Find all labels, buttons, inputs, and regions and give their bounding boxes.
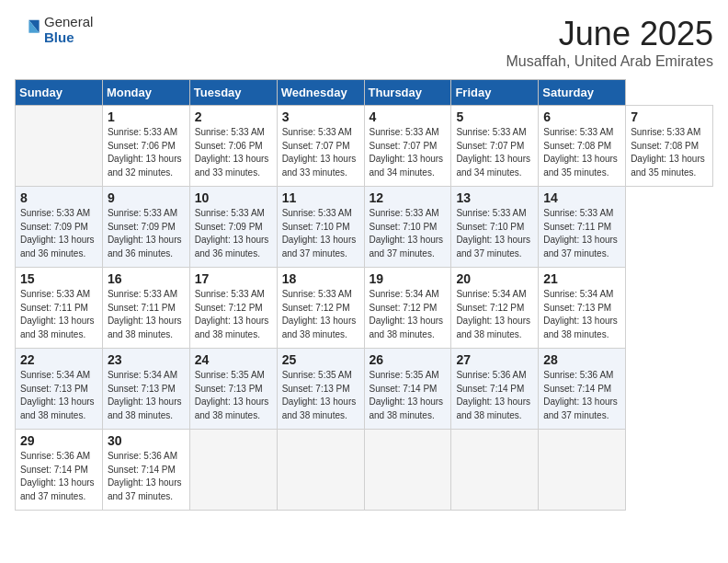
calendar-week-1: 1 Sunrise: 5:33 AMSunset: 7:06 PMDayligh… xyxy=(16,106,713,187)
calendar-cell xyxy=(16,106,103,187)
day-number: 11 xyxy=(282,190,359,205)
day-number: 28 xyxy=(543,352,620,367)
day-number: 2 xyxy=(195,109,272,124)
calendar-cell xyxy=(539,430,626,511)
calendar-cell: 24 Sunrise: 5:35 AMSunset: 7:13 PMDaylig… xyxy=(189,349,277,430)
day-number: 25 xyxy=(282,352,359,367)
day-number: 27 xyxy=(456,352,533,367)
day-number: 23 xyxy=(108,352,185,367)
day-info: Sunrise: 5:33 AMSunset: 7:11 PMDaylight:… xyxy=(108,289,182,339)
day-info: Sunrise: 5:33 AMSunset: 7:06 PMDaylight:… xyxy=(108,127,182,178)
day-info: Sunrise: 5:33 AMSunset: 7:12 PMDaylight:… xyxy=(282,289,357,339)
day-info: Sunrise: 5:33 AMSunset: 7:10 PMDaylight:… xyxy=(370,208,444,259)
calendar-cell: 1 Sunrise: 5:33 AMSunset: 7:06 PMDayligh… xyxy=(102,106,189,187)
calendar-cell xyxy=(189,430,277,511)
day-info: Sunrise: 5:33 AMSunset: 7:08 PMDaylight:… xyxy=(543,127,618,178)
day-number: 5 xyxy=(456,109,533,124)
calendar-cell: 3 Sunrise: 5:33 AMSunset: 7:07 PMDayligh… xyxy=(277,106,364,187)
day-number: 6 xyxy=(543,109,620,124)
day-number: 14 xyxy=(543,190,620,205)
day-info: Sunrise: 5:34 AMSunset: 7:13 PMDaylight:… xyxy=(108,370,182,420)
day-info: Sunrise: 5:33 AMSunset: 7:06 PMDaylight:… xyxy=(195,127,269,178)
calendar-cell: 2 Sunrise: 5:33 AMSunset: 7:06 PMDayligh… xyxy=(189,106,277,187)
calendar-cell: 17 Sunrise: 5:33 AMSunset: 7:12 PMDaylig… xyxy=(189,268,277,349)
day-info: Sunrise: 5:33 AMSunset: 7:07 PMDaylight:… xyxy=(456,127,530,178)
day-number: 16 xyxy=(108,271,185,286)
calendar-cell: 4 Sunrise: 5:33 AMSunset: 7:07 PMDayligh… xyxy=(364,106,451,187)
calendar-cell: 26 Sunrise: 5:35 AMSunset: 7:14 PMDaylig… xyxy=(364,349,451,430)
title-area: June 2025 Musaffah, United Arab Emirates xyxy=(506,15,713,70)
day-info: Sunrise: 5:36 AMSunset: 7:14 PMDaylight:… xyxy=(543,370,618,420)
logo-general: General xyxy=(44,15,93,30)
calendar-cell: 13 Sunrise: 5:33 AMSunset: 7:10 PMDaylig… xyxy=(451,187,539,268)
calendar-week-4: 22 Sunrise: 5:34 AMSunset: 7:13 PMDaylig… xyxy=(16,349,713,430)
calendar-cell: 23 Sunrise: 5:34 AMSunset: 7:13 PMDaylig… xyxy=(102,349,189,430)
day-info: Sunrise: 5:33 AMSunset: 7:09 PMDaylight:… xyxy=(195,208,269,259)
day-number: 18 xyxy=(282,271,359,286)
col-header-tuesday: Tuesday xyxy=(189,80,277,106)
day-number: 8 xyxy=(20,190,97,205)
day-info: Sunrise: 5:33 AMSunset: 7:11 PMDaylight:… xyxy=(543,208,618,259)
col-header-saturday: Saturday xyxy=(539,80,626,106)
logo-blue: Blue xyxy=(44,30,93,46)
calendar-cell: 21 Sunrise: 5:34 AMSunset: 7:13 PMDaylig… xyxy=(539,268,626,349)
calendar-cell: 18 Sunrise: 5:33 AMSunset: 7:12 PMDaylig… xyxy=(277,268,364,349)
day-number: 10 xyxy=(195,190,272,205)
day-info: Sunrise: 5:36 AMSunset: 7:14 PMDaylight:… xyxy=(456,370,530,420)
day-info: Sunrise: 5:33 AMSunset: 7:12 PMDaylight:… xyxy=(195,289,269,339)
day-info: Sunrise: 5:35 AMSunset: 7:14 PMDaylight:… xyxy=(370,370,444,420)
day-info: Sunrise: 5:36 AMSunset: 7:14 PMDaylight:… xyxy=(108,451,182,501)
day-number: 17 xyxy=(195,271,272,286)
calendar-cell: 30 Sunrise: 5:36 AMSunset: 7:14 PMDaylig… xyxy=(102,430,189,511)
calendar-cell: 22 Sunrise: 5:34 AMSunset: 7:13 PMDaylig… xyxy=(16,349,103,430)
day-info: Sunrise: 5:34 AMSunset: 7:12 PMDaylight:… xyxy=(370,289,444,339)
day-info: Sunrise: 5:33 AMSunset: 7:08 PMDaylight:… xyxy=(631,127,705,178)
calendar-cell: 10 Sunrise: 5:33 AMSunset: 7:09 PMDaylig… xyxy=(189,187,277,268)
page-header: General Blue June 2025 Musaffah, United … xyxy=(15,15,713,70)
calendar-cell: 9 Sunrise: 5:33 AMSunset: 7:09 PMDayligh… xyxy=(102,187,189,268)
calendar-cell xyxy=(277,430,364,511)
day-number: 4 xyxy=(370,109,447,124)
day-info: Sunrise: 5:33 AMSunset: 7:07 PMDaylight:… xyxy=(282,127,357,178)
calendar-header-row: SundayMondayTuesdayWednesdayThursdayFrid… xyxy=(16,80,713,106)
location-title: Musaffah, United Arab Emirates xyxy=(506,53,713,70)
calendar-cell: 5 Sunrise: 5:33 AMSunset: 7:07 PMDayligh… xyxy=(451,106,539,187)
day-number: 21 xyxy=(543,271,620,286)
calendar-table: SundayMondayTuesdayWednesdayThursdayFrid… xyxy=(15,79,713,511)
day-number: 3 xyxy=(282,109,359,124)
day-number: 19 xyxy=(370,271,447,286)
day-info: Sunrise: 5:33 AMSunset: 7:10 PMDaylight:… xyxy=(282,208,357,259)
day-number: 13 xyxy=(456,190,533,205)
calendar-cell: 12 Sunrise: 5:33 AMSunset: 7:10 PMDaylig… xyxy=(364,187,451,268)
day-number: 30 xyxy=(108,433,185,448)
day-number: 20 xyxy=(456,271,533,286)
col-header-sunday: Sunday xyxy=(16,80,103,106)
day-info: Sunrise: 5:33 AMSunset: 7:10 PMDaylight:… xyxy=(456,208,530,259)
calendar-week-2: 8 Sunrise: 5:33 AMSunset: 7:09 PMDayligh… xyxy=(16,187,713,268)
day-number: 26 xyxy=(370,352,447,367)
calendar-cell: 27 Sunrise: 5:36 AMSunset: 7:14 PMDaylig… xyxy=(451,349,539,430)
calendar-cell: 15 Sunrise: 5:33 AMSunset: 7:11 PMDaylig… xyxy=(16,268,103,349)
calendar-cell: 16 Sunrise: 5:33 AMSunset: 7:11 PMDaylig… xyxy=(102,268,189,349)
col-header-thursday: Thursday xyxy=(364,80,451,106)
calendar-week-3: 15 Sunrise: 5:33 AMSunset: 7:11 PMDaylig… xyxy=(16,268,713,349)
day-number: 7 xyxy=(631,109,708,124)
day-number: 29 xyxy=(20,433,97,448)
calendar-cell: 7 Sunrise: 5:33 AMSunset: 7:08 PMDayligh… xyxy=(626,106,713,187)
day-info: Sunrise: 5:35 AMSunset: 7:13 PMDaylight:… xyxy=(195,370,269,420)
day-number: 22 xyxy=(20,352,97,367)
calendar-cell: 14 Sunrise: 5:33 AMSunset: 7:11 PMDaylig… xyxy=(539,187,626,268)
day-info: Sunrise: 5:33 AMSunset: 7:09 PMDaylight:… xyxy=(20,208,95,259)
month-title: June 2025 xyxy=(506,15,713,53)
day-number: 1 xyxy=(108,109,185,124)
calendar-cell xyxy=(364,430,451,511)
day-number: 15 xyxy=(20,271,97,286)
calendar-cell: 8 Sunrise: 5:33 AMSunset: 7:09 PMDayligh… xyxy=(16,187,103,268)
day-info: Sunrise: 5:34 AMSunset: 7:12 PMDaylight:… xyxy=(456,289,530,339)
day-info: Sunrise: 5:33 AMSunset: 7:09 PMDaylight:… xyxy=(108,208,182,259)
day-info: Sunrise: 5:33 AMSunset: 7:11 PMDaylight:… xyxy=(20,289,95,339)
col-header-wednesday: Wednesday xyxy=(277,80,364,106)
col-header-friday: Friday xyxy=(451,80,539,106)
calendar-cell: 19 Sunrise: 5:34 AMSunset: 7:12 PMDaylig… xyxy=(364,268,451,349)
day-number: 24 xyxy=(195,352,272,367)
